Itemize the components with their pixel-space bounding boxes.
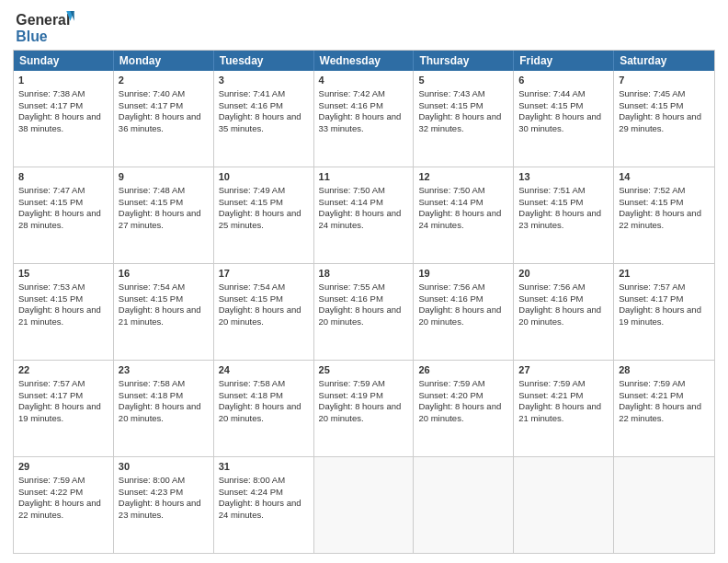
cal-cell: 13Sunrise: 7:51 AMSunset: 4:15 PMDayligh… [514, 167, 614, 263]
day-number: 16 [119, 267, 209, 281]
day-number: 10 [219, 170, 309, 184]
cal-cell: 20Sunrise: 7:56 AMSunset: 4:16 PMDayligh… [514, 264, 614, 360]
sunset: Sunset: 4:15 PM [119, 197, 183, 207]
cal-cell: 5Sunrise: 7:43 AMSunset: 4:15 PMDaylight… [414, 71, 514, 167]
sunset: Sunset: 4:15 PM [518, 100, 583, 110]
sunrise: Sunrise: 7:54 AM [119, 282, 185, 292]
day-number: 18 [319, 267, 409, 281]
day-number: 11 [319, 170, 409, 184]
sunset: Sunset: 4:16 PM [418, 293, 483, 304]
day-number: 17 [219, 267, 309, 281]
sunrise: Sunrise: 7:59 AM [319, 378, 385, 388]
sunset: Sunset: 4:21 PM [619, 390, 683, 400]
sunset: Sunset: 4:16 PM [319, 293, 383, 304]
sunrise: Sunrise: 7:56 AM [518, 282, 585, 292]
sunrise: Sunrise: 7:58 AM [219, 378, 285, 388]
cal-cell: 2Sunrise: 7:40 AMSunset: 4:17 PMDaylight… [114, 71, 214, 167]
cal-cell: 8Sunrise: 7:47 AMSunset: 4:15 PMDaylight… [14, 167, 114, 263]
daylight: Daylight: 8 hours and 21 minutes. [18, 304, 101, 327]
cal-cell: 11Sunrise: 7:50 AMSunset: 4:14 PMDayligh… [314, 167, 415, 263]
day-number: 9 [119, 170, 209, 184]
cal-cell: 22Sunrise: 7:57 AMSunset: 4:17 PMDayligh… [14, 361, 114, 456]
day-number: 25 [319, 363, 409, 377]
sunset: Sunset: 4:14 PM [418, 197, 483, 207]
sunrise: Sunrise: 7:59 AM [18, 475, 85, 485]
cal-cell: 7Sunrise: 7:45 AMSunset: 4:15 PMDaylight… [614, 71, 714, 167]
sunrise: Sunrise: 7:44 AM [518, 88, 585, 98]
daylight: Daylight: 8 hours and 38 minutes. [18, 111, 101, 133]
cal-cell: 19Sunrise: 7:56 AMSunset: 4:16 PMDayligh… [414, 264, 514, 360]
daylight: Daylight: 8 hours and 19 minutes. [619, 304, 701, 327]
cal-cell [614, 457, 714, 553]
header-tuesday: Tuesday [214, 51, 314, 71]
sunset: Sunset: 4:15 PM [18, 197, 83, 207]
sunset: Sunset: 4:17 PM [18, 390, 83, 400]
daylight: Daylight: 8 hours and 24 minutes. [219, 498, 301, 520]
daylight: Daylight: 8 hours and 29 minutes. [619, 111, 701, 133]
daylight: Daylight: 8 hours and 21 minutes. [518, 401, 601, 423]
day-number: 4 [319, 74, 409, 87]
cal-cell: 10Sunrise: 7:49 AMSunset: 4:15 PMDayligh… [214, 167, 314, 263]
sunset: Sunset: 4:24 PM [219, 487, 283, 497]
day-number: 3 [219, 74, 309, 87]
cal-cell [314, 457, 415, 553]
svg-text:Blue: Blue [16, 29, 47, 44]
cal-cell: 28Sunrise: 7:59 AMSunset: 4:21 PMDayligh… [614, 361, 714, 456]
cal-cell: 6Sunrise: 7:44 AMSunset: 4:15 PMDaylight… [514, 71, 614, 167]
daylight: Daylight: 8 hours and 25 minutes. [219, 208, 301, 230]
day-number: 2 [119, 74, 209, 87]
sunrise: Sunrise: 7:40 AM [119, 88, 185, 98]
header-sunday: Sunday [14, 51, 114, 71]
sunrise: Sunrise: 7:59 AM [518, 378, 585, 388]
day-number: 22 [18, 363, 108, 377]
sunset: Sunset: 4:17 PM [18, 100, 83, 110]
week-row-1: 8Sunrise: 7:47 AMSunset: 4:15 PMDaylight… [14, 167, 714, 263]
daylight: Daylight: 8 hours and 24 minutes. [319, 208, 402, 230]
week-row-2: 15Sunrise: 7:53 AMSunset: 4:15 PMDayligh… [14, 263, 714, 360]
cal-cell: 27Sunrise: 7:59 AMSunset: 4:21 PMDayligh… [514, 361, 614, 456]
sunset: Sunset: 4:15 PM [219, 293, 283, 304]
day-number: 19 [418, 267, 508, 281]
sunset: Sunset: 4:15 PM [518, 197, 583, 207]
cal-cell: 14Sunrise: 7:52 AMSunset: 4:15 PMDayligh… [614, 167, 714, 263]
cal-cell: 23Sunrise: 7:58 AMSunset: 4:18 PMDayligh… [114, 361, 214, 456]
cal-cell: 21Sunrise: 7:57 AMSunset: 4:17 PMDayligh… [614, 264, 714, 360]
daylight: Daylight: 8 hours and 33 minutes. [319, 111, 402, 133]
sunrise: Sunrise: 8:00 AM [219, 475, 285, 485]
sunset: Sunset: 4:18 PM [119, 390, 183, 400]
daylight: Daylight: 8 hours and 20 minutes. [518, 304, 601, 327]
day-number: 8 [18, 170, 108, 184]
sunrise: Sunrise: 7:59 AM [418, 378, 484, 388]
daylight: Daylight: 8 hours and 20 minutes. [219, 401, 301, 423]
week-row-4: 29Sunrise: 7:59 AMSunset: 4:22 PMDayligh… [14, 456, 714, 553]
daylight: Daylight: 8 hours and 22 minutes. [619, 401, 701, 423]
sunrise: Sunrise: 7:43 AM [418, 88, 484, 98]
daylight: Daylight: 8 hours and 19 minutes. [18, 401, 101, 423]
sunrise: Sunrise: 7:59 AM [619, 378, 685, 388]
sunset: Sunset: 4:16 PM [319, 100, 383, 110]
cal-cell: 4Sunrise: 7:42 AMSunset: 4:16 PMDaylight… [314, 71, 415, 167]
day-number: 13 [518, 170, 609, 184]
sunrise: Sunrise: 8:00 AM [119, 475, 185, 485]
sunrise: Sunrise: 7:52 AM [619, 185, 685, 195]
day-number: 27 [518, 363, 609, 377]
sunrise: Sunrise: 7:55 AM [319, 282, 385, 292]
day-number: 28 [619, 363, 710, 377]
sunrise: Sunrise: 7:56 AM [418, 282, 484, 292]
sunrise: Sunrise: 7:45 AM [619, 88, 685, 98]
daylight: Daylight: 8 hours and 23 minutes. [119, 498, 201, 520]
header: General Blue [13, 9, 715, 44]
sunset: Sunset: 4:15 PM [119, 293, 183, 304]
daylight: Daylight: 8 hours and 20 minutes. [219, 304, 301, 327]
calendar-header: Sunday Monday Tuesday Wednesday Thursday… [14, 51, 714, 71]
day-number: 20 [518, 267, 609, 281]
day-number: 5 [418, 74, 508, 87]
sunrise: Sunrise: 7:54 AM [219, 282, 285, 292]
daylight: Daylight: 8 hours and 22 minutes. [18, 498, 101, 520]
week-row-3: 22Sunrise: 7:57 AMSunset: 4:17 PMDayligh… [14, 360, 714, 456]
header-monday: Monday [114, 51, 214, 71]
cal-cell: 26Sunrise: 7:59 AMSunset: 4:20 PMDayligh… [414, 361, 514, 456]
sunrise: Sunrise: 7:50 AM [418, 185, 484, 195]
day-number: 15 [18, 267, 108, 281]
cal-cell: 16Sunrise: 7:54 AMSunset: 4:15 PMDayligh… [114, 264, 214, 360]
